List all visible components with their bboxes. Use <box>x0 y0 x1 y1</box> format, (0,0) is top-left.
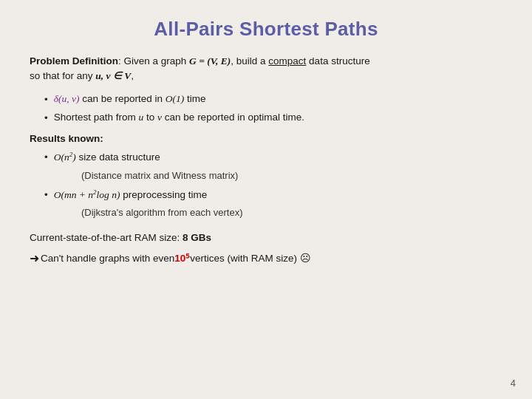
problem-label: Problem Definition <box>30 55 118 66</box>
bullet-dot-2: • <box>44 111 48 126</box>
problem-bullets: • δ(u, v) can be reported in O(1) time •… <box>44 92 502 126</box>
ram-value: 8 GBs <box>183 232 211 243</box>
power-num: 10⁵ <box>174 251 190 266</box>
problem-text-1: : Given a graph <box>118 55 189 66</box>
result-dot-2: • <box>44 188 48 202</box>
slide-title: All-Pairs Shortest Paths <box>30 18 502 41</box>
problem-text-3: data structure <box>306 55 369 66</box>
bullet2-content: Shortest path from u to v can be reporte… <box>54 110 304 125</box>
result1-sub: (Distance matrix and Witness matrix) <box>81 168 502 183</box>
bullet2-u: u <box>139 112 144 123</box>
bullet-item-1: • δ(u, v) can be reported in O(1) time <box>44 92 502 107</box>
O1: O(1) <box>166 93 185 104</box>
On2: O(n2) <box>54 151 76 163</box>
arrow-line: ➜ Can't handle graphs with even 10⁵ vert… <box>30 250 502 267</box>
compact-word: compact <box>268 55 306 66</box>
bullet2-to: to <box>146 112 154 123</box>
result-bullet-1: • O(n2) size data structure <box>44 149 502 165</box>
page-number: 4 <box>511 378 516 389</box>
results-label: Results known: <box>30 132 502 146</box>
bullet1-content: δ(u, v) can be reported in O(1) time <box>54 92 206 106</box>
current-state-line: Current-state-of-the-art RAM size: 8 GBs <box>30 231 502 245</box>
delta-uv: δ(u, v) <box>54 93 80 104</box>
bullet-dot-1: • <box>44 92 48 107</box>
problem-line2: so that for any <box>30 70 95 81</box>
result-dot-1: • <box>44 150 48 165</box>
problem-G: G = (V, E) <box>189 55 231 66</box>
Omn: O(mn + n2log n) <box>54 189 120 200</box>
uvV: u, v ∈ V <box>95 70 131 81</box>
result2-sub: (Dijkstra's algorithm from each vertex) <box>81 205 502 220</box>
result2-content: O(mn + n2log n) preprocessing time <box>54 187 208 202</box>
content-area: Problem Definition: Given a graph G = (V… <box>30 54 502 267</box>
result-bullet-2: • O(mn + n2log n) preprocessing time <box>44 187 502 202</box>
problem-text-2: , build a <box>231 55 268 66</box>
problem-definition: Problem Definition: Given a graph G = (V… <box>30 54 502 84</box>
result1-content: O(n2) size data structure <box>54 149 160 165</box>
results-bullets: • O(n2) size data structure (Distance ma… <box>44 149 502 220</box>
right-arrow-icon: ➜ <box>30 250 39 267</box>
slide: All-Pairs Shortest Paths Problem Definit… <box>0 0 532 399</box>
results-section: Results known: • O(n2) size data structu… <box>30 132 502 220</box>
bullet-item-2: • Shortest path from u to v can be repor… <box>44 110 502 126</box>
